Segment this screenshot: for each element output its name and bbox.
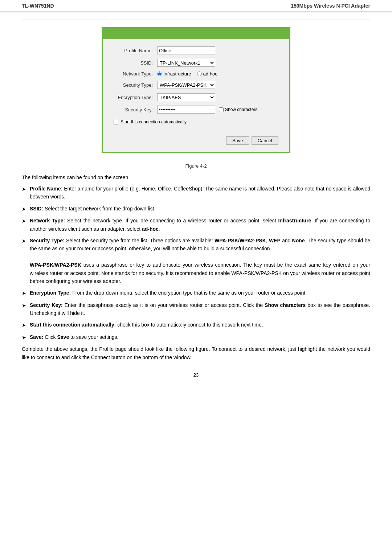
page-header: TL-WN751ND 150Mbps Wireless N PCI Adapte… [0, 0, 392, 12]
show-characters-checkbox[interactable] [219, 107, 224, 112]
security-type-select[interactable]: WPA-PSK/WPA2-PSK WEP None [157, 81, 215, 89]
security-type-row: Security Type: WPA-PSK/WPA2-PSK WEP None [114, 81, 278, 89]
encryption-type-label: Encryption Type: [114, 95, 157, 100]
bullet-label: Profile Name: [30, 186, 62, 192]
bullet-text: Profile Name: Enter a name for your prof… [30, 185, 370, 201]
list-item: ➤ Network Type: Select the network type.… [22, 217, 370, 233]
show-characters-label: Show characters [225, 107, 257, 112]
inline-bold: WPA-PSK/WPA2-PSK [30, 262, 81, 268]
bullet-arrow-icon: ➤ [22, 237, 26, 245]
product-name: 150Mbps Wireless N PCI Adapter [291, 3, 370, 9]
figure-caption: Figure 4-2 [22, 163, 370, 169]
list-item: ➤ Start this connection automatically: c… [22, 321, 370, 329]
bullet-list: ➤ Profile Name: Enter a name for your pr… [22, 185, 370, 341]
bullet-arrow-icon: ➤ [22, 217, 26, 225]
infrastructure-label: Infrastructure [163, 71, 191, 77]
dialog-header-bar [103, 28, 289, 39]
inline-bold: Show characters [265, 302, 306, 308]
auto-connect-row: Start this connection automatically. [114, 119, 278, 124]
bullet-text: SSID: Select the target network from the… [30, 205, 370, 213]
bullet-text: Network Type: Select the network type. I… [30, 217, 370, 233]
dialog-footer: Save Cancel [114, 132, 278, 145]
list-item: ➤ Profile Name: Enter a name for your pr… [22, 185, 370, 201]
bullet-text: Save: Click Save to save your settings. [30, 333, 370, 341]
ssid-row: SSID: TP-LINK_Network1 [114, 59, 278, 67]
ssid-select[interactable]: TP-LINK_Network1 [157, 59, 215, 67]
header-divider [22, 20, 370, 20]
inline-bold: ad-hoc [142, 226, 159, 232]
adhoc-label: ad hoc [203, 71, 217, 77]
adhoc-radio[interactable] [197, 71, 202, 76]
network-type-row: Network Type: Infrastructure ad hoc [114, 71, 278, 77]
bullet-text: Security Key: Enter the passphrase exact… [30, 301, 370, 317]
bullet-label: SSID: [30, 206, 43, 212]
bullet-label: Save: [30, 334, 43, 340]
inline-bold: Infrastructure [278, 218, 311, 223]
security-type-label: Security Type: [114, 82, 157, 88]
bullet-label: Security Key: [30, 302, 63, 308]
auto-connect-checkbox[interactable] [114, 120, 118, 124]
show-characters-option[interactable]: Show characters [219, 107, 257, 112]
security-key-row: Security Key: Show characters [114, 106, 278, 114]
profile-dialog: Profile Name: SSID: TP-LINK_Network1 Net… [102, 27, 290, 153]
list-item: ➤ Security Key: Enter the passphrase exa… [22, 301, 370, 317]
list-item: ➤ Save: Click Save to save your settings… [22, 333, 370, 341]
infrastructure-option[interactable]: Infrastructure [157, 71, 191, 77]
profile-name-row: Profile Name: [114, 46, 278, 54]
security-key-controls: Show characters [157, 106, 257, 114]
save-button[interactable]: Save [226, 136, 249, 145]
profile-name-input[interactable] [157, 46, 215, 54]
bullet-label: Security Type: [30, 238, 65, 243]
bullet-arrow-icon: ➤ [22, 289, 26, 297]
bullet-arrow-icon: ➤ [22, 205, 26, 213]
main-content: Profile Name: SSID: TP-LINK_Network1 Net… [0, 27, 392, 385]
security-key-label: Security Key: [114, 107, 157, 112]
cancel-button[interactable]: Cancel [252, 136, 278, 145]
profile-name-label: Profile Name: [114, 48, 157, 53]
bullet-label: Network Type: [30, 218, 65, 223]
bullet-arrow-icon: ➤ [22, 333, 26, 341]
auto-connect-label: Start this connection automatically. [121, 119, 188, 124]
inline-bold: None [292, 238, 305, 243]
list-item: ➤ Encryption Type: From the drop-down me… [22, 289, 370, 297]
network-type-label: Network Type: [114, 71, 157, 77]
list-item: ➤ Security Type: Select the security typ… [22, 237, 370, 285]
description-intro: The following items can be found on the … [22, 175, 370, 180]
security-key-input[interactable] [157, 106, 215, 114]
bullet-arrow-icon: ➤ [22, 301, 26, 309]
product-code: TL-WN751ND [22, 3, 54, 9]
encryption-type-row: Encryption Type: TKIP/AES TKIP AES [114, 93, 278, 101]
network-type-radio-group: Infrastructure ad hoc [157, 71, 217, 77]
page-number: 23 [22, 372, 370, 385]
bullet-arrow-icon: ➤ [22, 185, 26, 193]
bullet-text: Security Type: Select the security type … [30, 237, 370, 285]
bullet-label: Encryption Type: [30, 290, 71, 296]
bullet-text: Encryption Type: From the drop-down menu… [30, 289, 370, 297]
list-item: ➤ SSID: Select the target network from t… [22, 205, 370, 213]
inline-bold: Save [57, 334, 69, 340]
closing-paragraph: Complete the above settings, the Profile… [22, 345, 370, 361]
inline-bold: WPA-PSK/WPA2-PSK [215, 238, 266, 243]
infrastructure-radio[interactable] [157, 71, 162, 76]
encryption-type-select[interactable]: TKIP/AES TKIP AES [157, 93, 215, 101]
bullet-arrow-icon: ➤ [22, 321, 26, 329]
bullet-text: Start this connection automatically: che… [30, 321, 370, 329]
adhoc-option[interactable]: ad hoc [197, 71, 217, 77]
bullet-label: Start this connection automatically: [30, 322, 116, 328]
inline-bold: WEP [269, 238, 281, 243]
ssid-label: SSID: [114, 60, 157, 66]
